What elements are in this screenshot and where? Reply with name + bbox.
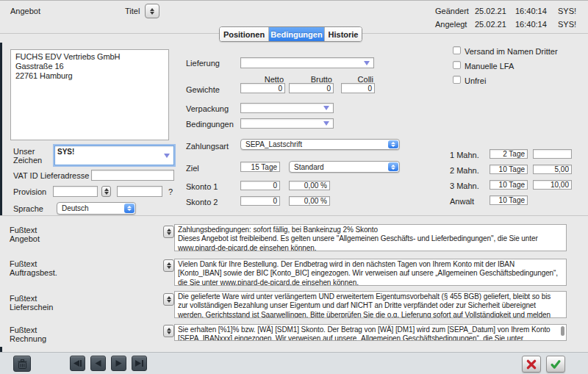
stepper-down-icon	[167, 331, 171, 334]
stepper-down-icon	[150, 12, 154, 15]
mahn2-gebuehr-input[interactable]: 5,00	[533, 165, 572, 174]
chevron-down-icon	[323, 121, 329, 126]
geaendert-label: Geändert	[435, 7, 469, 15]
chevron-down-icon	[364, 61, 370, 65]
lieferung-label: Lieferung	[186, 59, 220, 68]
tab-bedingungen[interactable]: Bedingungen	[269, 27, 325, 41]
mahn3-gebuehr-input[interactable]: 10,00	[533, 180, 572, 190]
next-record-icon	[115, 360, 123, 367]
previous-record-button[interactable]	[90, 356, 106, 371]
confirm-button[interactable]	[546, 356, 565, 373]
gewicht-netto-input[interactable]: 0	[240, 83, 285, 93]
ziel-label: Ziel	[186, 164, 199, 173]
ziel-modus-popup[interactable]: Standard	[289, 161, 400, 173]
stepper-down-icon	[167, 300, 171, 303]
tab-positionen[interactable]: Positionen	[220, 27, 269, 41]
mahn2-tage-input[interactable]: 10 Tage	[490, 165, 528, 174]
first-record-button[interactable]	[70, 356, 85, 371]
chevron-down-icon	[164, 154, 170, 158]
last-record-icon	[135, 360, 143, 367]
angelegt-date: 25.02.21	[475, 20, 506, 29]
checkbox-unfrei[interactable]	[453, 76, 461, 84]
skonto2-tage-input[interactable]: 0	[240, 196, 280, 206]
sprache-value: Deutsch	[62, 204, 89, 212]
titel-stepper[interactable]	[145, 4, 159, 18]
unser-zeichen-value: SYS!	[57, 148, 74, 156]
background-window-edge	[0, 43, 2, 215]
checkbox-manuelle-lfa[interactable]	[453, 61, 461, 69]
stepper-up-icon	[167, 296, 171, 299]
mahn3-label: 3 Mahn.	[450, 181, 479, 190]
skonto1-prozent-input[interactable]: 0,00 %	[289, 181, 330, 190]
geaendert-time: 16:40:14	[515, 7, 547, 15]
skonto2-label: Skonto 2	[186, 198, 218, 206]
zahlungsart-value: SEPA_Lastschrift	[245, 140, 302, 148]
checkbox-unfrei-label: Unfrei	[465, 76, 486, 85]
mahn1-tage-input[interactable]: 2 Tage	[490, 149, 528, 159]
fusstext-rechnung-label: Fußtext Rechnung	[10, 326, 61, 343]
zahlungsart-popup[interactable]: SEPA_Lastschrift	[240, 139, 400, 150]
ziel-tage-input[interactable]: 15 Tage	[240, 162, 280, 172]
cancel-button[interactable]	[522, 356, 541, 373]
sprache-label: Sprache	[13, 204, 43, 213]
provision-input-2[interactable]	[117, 186, 162, 197]
delete-record-button[interactable]	[13, 356, 31, 372]
vat-id-input[interactable]	[91, 170, 174, 181]
fusstext-angebot-stepper[interactable]	[163, 226, 174, 238]
skonto1-tage-input[interactable]: 0	[240, 181, 280, 190]
fusstext-lieferschein-textarea[interactable]: Die gelieferte Ware wird unter verlänger…	[174, 291, 567, 318]
fusstext-rechnung-textarea[interactable]: Sie erhalten [%1]% bzw. [WÄ] [SDM1] Skon…	[174, 324, 567, 341]
checkbox-manuelle-lfa-label: Manuelle LFA	[465, 62, 514, 71]
anwalt-tage-input[interactable]: 10 Tage	[490, 195, 528, 205]
previous-record-icon	[94, 360, 102, 367]
section-divider	[0, 215, 588, 216]
popup-stepper-icon	[388, 162, 398, 171]
tab-historie[interactable]: Historie	[325, 27, 362, 41]
titel-label: Titel	[125, 7, 140, 15]
address-textarea[interactable]: FUCHS EDV Vertriebs GmbH Gasstraße 16 22…	[10, 49, 169, 140]
angelegt-label: Angelegt	[435, 20, 467, 29]
lieferung-combobox[interactable]	[240, 57, 374, 68]
provision-stepper[interactable]	[101, 186, 111, 197]
gewicht-brutto-input[interactable]: 0	[289, 83, 334, 93]
unser-zeichen-combobox[interactable]: SYS!	[54, 145, 174, 165]
fusstext-angebot-textarea[interactable]: Zahlungsbedingungen: sofort fällig, bei …	[174, 224, 567, 251]
gewichte-label: Gewichte	[186, 85, 220, 94]
geaendert-date: 25.02.21	[475, 7, 506, 15]
next-record-button[interactable]	[111, 356, 126, 371]
fusstext-auftragsbest-stepper[interactable]	[163, 259, 174, 272]
checkbox-versand-dritter-label: Versand im Namen Dritter	[465, 47, 558, 56]
fusstext-lieferschein-stepper[interactable]	[163, 293, 174, 306]
stepper-up-icon	[150, 8, 154, 11]
provision-input-1[interactable]	[53, 186, 98, 197]
popup-stepper-icon	[124, 204, 135, 213]
stepper-up-icon	[104, 188, 109, 191]
mahn1-gebuehr-input[interactable]	[533, 149, 572, 159]
zahlungsart-label: Zahlungsart	[186, 142, 229, 151]
fusstext-angebot-label: Fußtext Angebot	[10, 226, 61, 243]
bedingungen-combobox[interactable]	[240, 118, 334, 129]
anwalt-label: Anwalt	[450, 197, 474, 206]
skonto1-label: Skonto 1	[186, 182, 218, 191]
bedingungen-window: Angebot Titel Geändert 25.02.21 16:40:14…	[0, 0, 588, 374]
scrollbar-thumb[interactable]	[561, 326, 564, 336]
stepper-up-icon	[167, 328, 171, 331]
mahn3-tage-input[interactable]: 10 Tage	[490, 180, 528, 190]
skonto2-prozent-input[interactable]: 0,00 %	[289, 196, 330, 206]
mahn1-label: 1 Mahn.	[450, 151, 479, 159]
last-record-button[interactable]	[132, 356, 147, 371]
fusstext-auftragsbest-textarea[interactable]: Vielen Dank für Ihre Bestellung. Der End…	[174, 259, 567, 286]
gewicht-colli-input[interactable]: 0	[341, 83, 375, 93]
fusstext-rechnung-stepper[interactable]	[163, 325, 174, 337]
mahn2-label: 2 Mahn.	[450, 166, 479, 175]
verpackung-combobox[interactable]	[240, 103, 334, 113]
stepper-down-icon	[167, 266, 171, 269]
chevron-down-icon	[323, 106, 329, 110]
checkbox-versand-dritter[interactable]	[453, 46, 461, 54]
first-record-icon	[74, 360, 82, 367]
stepper-up-icon	[167, 262, 171, 265]
provision-label: Provision	[13, 187, 46, 196]
trash-icon	[18, 359, 27, 369]
sprache-popup[interactable]: Deutsch	[57, 202, 136, 215]
doc-type-label: Angebot	[10, 7, 40, 15]
